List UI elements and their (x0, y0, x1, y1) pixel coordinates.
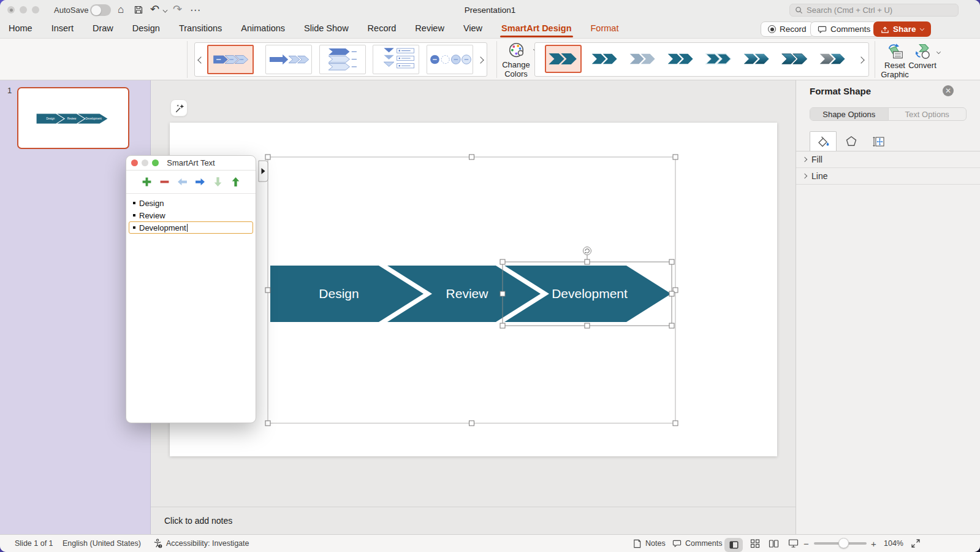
zoom-slider-knob[interactable] (838, 538, 849, 548)
document-title: Presentation1 (465, 6, 515, 15)
close-panel-icon[interactable]: ✕ (943, 85, 954, 96)
layout-thumb-vertical-chevron-list[interactable] (319, 45, 366, 74)
promote-arrow-icon[interactable] (177, 177, 188, 187)
slideshow-icon[interactable] (788, 539, 799, 548)
notes-area[interactable]: Click to add notes (151, 507, 796, 534)
style-thumb-8[interactable] (815, 45, 851, 73)
style-thumb-2[interactable] (587, 45, 623, 73)
tab-review[interactable]: Review (414, 21, 446, 37)
fill-tab[interactable] (810, 131, 837, 151)
tab-home[interactable]: Home (7, 21, 34, 37)
zoom-in-button[interactable]: + (871, 539, 876, 549)
style-thumb-7[interactable] (777, 45, 813, 73)
reset-graphic-button[interactable]: Reset Graphic (879, 42, 911, 79)
slide-thumbnail[interactable]: Design Review Development (17, 87, 129, 149)
smartart-text-title: SmartArt Text (126, 158, 256, 167)
tab-record[interactable]: Record (367, 21, 398, 37)
add-item-icon[interactable] (142, 177, 152, 187)
comments-button[interactable]: Comments (810, 21, 878, 37)
undo-dropdown-icon[interactable] (163, 8, 168, 13)
convert-button[interactable]: Convert (907, 42, 938, 70)
fullscreen-icon[interactable] (911, 539, 921, 548)
text-pane-toggle[interactable] (259, 161, 268, 182)
format-panel-tabs: Shape Options Text Options (810, 107, 967, 121)
tab-text-options[interactable]: Text Options (888, 108, 967, 120)
gallery-scroll-left-icon[interactable] (197, 56, 204, 63)
home-icon[interactable]: ⌂ (118, 4, 124, 15)
list-item-review[interactable]: Review (129, 209, 253, 221)
style-thumb-1[interactable] (545, 45, 582, 73)
share-button[interactable]: Share (873, 21, 931, 37)
tab-design[interactable]: Design (131, 21, 161, 37)
tab-shape-options[interactable]: Shape Options (810, 108, 888, 120)
more-commands-icon[interactable]: ⋯ (190, 5, 200, 15)
autosave-toggle[interactable] (90, 4, 111, 16)
record-button[interactable]: Record (761, 21, 814, 37)
list-item-development[interactable]: Development (129, 221, 253, 234)
style-thumb-5[interactable] (701, 45, 737, 73)
style-thumb-6[interactable] (739, 45, 775, 73)
accessibility-status[interactable]: Accessibility: Investigate (153, 535, 249, 552)
demote-arrow-icon[interactable] (195, 177, 205, 187)
smartart-text-list: Design Review Development (126, 194, 256, 237)
slide-sorter-icon[interactable] (750, 539, 760, 548)
normal-view-button[interactable] (724, 538, 743, 552)
size-properties-tab[interactable] (865, 131, 892, 151)
tab-format[interactable]: Format (590, 21, 620, 37)
smartart-text-window[interactable]: SmartArt Text Design Review Dev (126, 155, 256, 423)
ribbon-divider (496, 41, 497, 78)
tab-view[interactable]: View (462, 21, 484, 37)
format-shape-panel: Format Shape ✕ Shape Options Text Option… (796, 80, 980, 534)
move-up-arrow-icon[interactable] (230, 177, 241, 187)
autosave-label: AutoSave (54, 6, 88, 15)
language-indicator[interactable]: English (United States) (63, 539, 141, 548)
search-box[interactable] (789, 4, 959, 17)
change-colors-button[interactable]: Change Colors (499, 41, 533, 79)
comment-icon (672, 539, 682, 548)
reading-view-icon[interactable] (769, 539, 779, 548)
tab-insert[interactable]: Insert (50, 21, 75, 37)
minimize-window-icon[interactable] (20, 6, 27, 13)
traffic-lights (7, 6, 44, 13)
effects-tab[interactable] (838, 131, 865, 151)
notes-icon (632, 539, 642, 548)
zoom-level[interactable]: 104% (884, 539, 903, 548)
layout-thumb-arrow-process[interactable] (265, 45, 312, 74)
accessibility-icon (153, 539, 162, 548)
style-gallery (534, 42, 869, 77)
layout-thumb-basic-process[interactable] (207, 45, 254, 74)
notes-toggle[interactable]: Notes (632, 535, 666, 552)
layout-thumb-vertical-process[interactable] (373, 45, 419, 74)
tab-draw[interactable]: Draw (91, 21, 115, 37)
redo-icon[interactable]: ↷ (173, 4, 182, 15)
gallery-scroll-right-icon[interactable] (477, 56, 484, 63)
title-bar: AutoSave ⌂ ↶ ↷ ⋯ Presentation1 (0, 0, 980, 20)
tab-animations[interactable]: Animations (240, 21, 286, 37)
move-down-arrow-icon[interactable] (213, 177, 223, 187)
close-window-icon[interactable] (7, 6, 15, 13)
tab-slide-show[interactable]: Slide Show (303, 21, 350, 37)
style-thumb-4[interactable] (663, 45, 699, 73)
layout-thumb-circle-process[interactable] (427, 45, 473, 74)
list-item-design[interactable]: Design (129, 197, 253, 209)
comments-toggle[interactable]: Comments (672, 535, 722, 552)
rotation-handle-icon[interactable] (583, 247, 591, 255)
save-icon[interactable] (134, 5, 143, 15)
style-thumb-3[interactable] (625, 45, 661, 73)
tab-smartart-design[interactable]: SmartArt Design (500, 21, 572, 37)
fill-section[interactable]: Fill (796, 151, 980, 168)
style-gallery-scroll-right-icon[interactable] (857, 56, 864, 63)
comment-icon (818, 25, 827, 34)
zoom-slider[interactable] (814, 542, 867, 545)
tab-transitions[interactable]: Transitions (178, 21, 223, 37)
search-input[interactable] (807, 6, 953, 15)
smartart-text-titlebar[interactable]: SmartArt Text (126, 156, 256, 171)
line-section[interactable]: Line (796, 168, 980, 185)
zoom-window-icon[interactable] (32, 6, 39, 13)
shape-label-design: Design (319, 286, 359, 301)
svg-text:Development: Development (86, 117, 102, 120)
undo-icon[interactable]: ↶ (150, 4, 159, 15)
zoom-out-button[interactable]: − (803, 539, 809, 549)
remove-item-icon[interactable] (159, 177, 170, 187)
powerpoint-window: AutoSave ⌂ ↶ ↷ ⋯ Presentation1 Home Inse… (0, 0, 980, 552)
